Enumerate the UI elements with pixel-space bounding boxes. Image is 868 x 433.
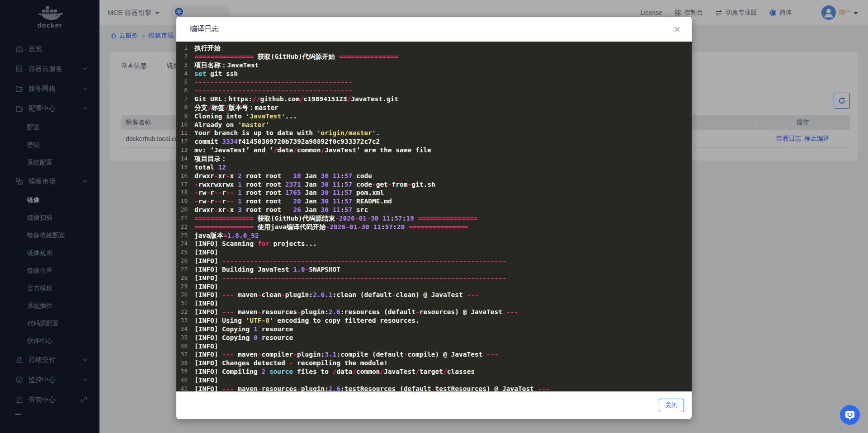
log-line-text: set git ssh (194, 70, 238, 78)
log-line: 24[INFO] Scanning for projects... (176, 240, 692, 248)
line-number: 4 (176, 70, 194, 78)
log-line-text: =============== 获取(GitHub)代码源开始 ========… (194, 52, 398, 61)
line-number: 40 (176, 376, 194, 385)
line-number: 6 (176, 86, 194, 95)
line-number: 22 (176, 223, 194, 231)
log-line-text: java版本=1.8.0_92 (194, 231, 259, 240)
log-line: 19-rw-r--r-- 1 root root 20 Jan 30 11:57… (176, 197, 692, 206)
log-line: 36[INFO] (176, 342, 692, 351)
line-number: 16 (176, 172, 194, 180)
log-line: 34[INFO] Copying 1 resource (176, 325, 692, 334)
log-line-text: -rw-r--r-- 1 root root 20 Jan 30 11:57 R… (194, 197, 392, 206)
line-number: 9 (176, 112, 194, 121)
log-line-text: -rw-r--r-- 1 root root 1765 Jan 30 11:57… (194, 188, 384, 197)
line-number: 10 (176, 121, 194, 129)
log-line-text: Already on 'master' (194, 121, 269, 129)
log-line: 10Already on 'master' (176, 121, 692, 129)
log-line-text: Your branch is up to date with 'origin/m… (194, 129, 380, 137)
chat-fab-button[interactable] (840, 405, 860, 425)
line-number: 25 (176, 248, 194, 257)
line-number: 20 (176, 206, 194, 214)
log-line-text: drwxr-xr-x 2 root root 10 Jan 30 11:57 c… (194, 172, 372, 180)
log-line: 2=============== 获取(GitHub)代码源开始 =======… (176, 52, 692, 61)
log-line: 1执行开始 (176, 44, 692, 52)
log-content[interactable]: 1执行开始2=============== 获取(GitHub)代码源开始 ==… (176, 42, 692, 391)
line-number: 30 (176, 291, 194, 299)
line-number: 24 (176, 240, 194, 248)
log-line: 6---------------------------------------… (176, 86, 692, 95)
log-line: 29[INFO] (176, 282, 692, 291)
log-line: 21=============== 获取(GitHub)代码源结束-2026-0… (176, 214, 692, 223)
log-line-text: [INFO] ---------------------------------… (194, 257, 506, 265)
log-line-text: [INFO] --- maven-resources-plugin:2.6:te… (194, 385, 550, 391)
log-line-text: 执行开始 (194, 44, 221, 52)
log-line: 33[INFO] Using 'UTF-8' encoding to copy … (176, 316, 692, 325)
log-line-text: [INFO] (194, 376, 218, 385)
log-line-text: commit 3334f41450389720b7392a98892f0c933… (194, 137, 380, 146)
line-number: 38 (176, 359, 194, 367)
log-line-text: [INFO] Copying 1 resource (194, 325, 293, 334)
log-line-text: [INFO] --- maven-compiler-plugin:3.1:com… (194, 350, 498, 359)
log-line-text: [INFO] (194, 248, 218, 257)
compile-log-modal: 编译日志 × 1执行开始2=============== 获取(GitHub)代… (176, 17, 692, 419)
log-line-text: [INFO] Using 'UTF-8' encoding to copy fi… (194, 316, 420, 325)
log-line: 37[INFO] --- maven-compiler-plugin:3.1:c… (176, 350, 692, 359)
log-line-text: [INFO] (194, 299, 218, 308)
line-number: 18 (176, 188, 194, 197)
modal-footer: 关闭 (176, 391, 692, 419)
line-number: 1 (176, 44, 194, 52)
log-line: 9Cloning into 'JavaTest'... (176, 112, 692, 121)
log-line-text: drwxr-xr-x 3 root root 26 Jan 30 11:57 s… (194, 206, 368, 214)
line-number: 39 (176, 367, 194, 376)
line-number: 29 (176, 282, 194, 291)
log-line: 38[INFO] Changes detected - recompiling … (176, 359, 692, 367)
log-line-text: 项目名称：JavaTest (194, 61, 259, 70)
line-number: 23 (176, 231, 194, 240)
log-line-text: total 12 (194, 163, 226, 172)
line-number: 33 (176, 316, 194, 325)
log-line-text: [INFO] Changes detected - recompiling th… (194, 359, 388, 367)
modal-title: 编译日志 (190, 24, 219, 34)
log-line-text: [INFO] --- maven-resources-plugin:2.6:re… (194, 308, 518, 316)
log-line: 7Git URL：https://github.com/c1989415123/… (176, 95, 692, 104)
line-number: 34 (176, 325, 194, 334)
line-number: 11 (176, 129, 194, 137)
log-line-text: ---------------------------------------- (194, 78, 352, 86)
log-line-text: ---------------------------------------- (194, 86, 352, 95)
log-line: 8分支/标签/版本号：master (176, 104, 692, 112)
line-number: 21 (176, 214, 194, 223)
close-icon[interactable]: × (670, 22, 684, 37)
log-line: 17-rwxrwxrwx 1 root root 2371 Jan 30 11:… (176, 180, 692, 189)
log-line-text: 项目目录： (194, 155, 227, 163)
line-number: 35 (176, 334, 194, 342)
log-line: 32[INFO] --- maven-resources-plugin:2.6:… (176, 308, 692, 316)
log-line: 5---------------------------------------… (176, 78, 692, 86)
log-line: 14项目目录： (176, 155, 692, 163)
modal-header: 编译日志 (176, 17, 692, 42)
log-line: 18-rw-r--r-- 1 root root 1765 Jan 30 11:… (176, 188, 692, 197)
log-line-text: [INFO] --- maven-clean-plugin:2.6.1:clea… (194, 291, 479, 299)
log-line: 15total 12 (176, 163, 692, 172)
line-number: 28 (176, 274, 194, 282)
line-number: 19 (176, 197, 194, 206)
log-line: 4set git ssh (176, 70, 692, 78)
close-button[interactable]: 关闭 (659, 399, 684, 412)
log-line-text: [INFO] (194, 342, 218, 351)
log-line-text: [INFO] (194, 282, 218, 291)
log-line-text: mv: ‘JavaTest’ and ‘/data/common/JavaTes… (194, 146, 431, 155)
log-line: 25[INFO] (176, 248, 692, 257)
log-line-text: Cloning into 'JavaTest'... (194, 112, 297, 121)
log-line: 28[INFO] -------------------------------… (176, 274, 692, 282)
log-line: 27[INFO] Building JavaTest 1.0-SNAPSHOT (176, 265, 692, 274)
log-line: 35[INFO] Copying 0 resource (176, 334, 692, 342)
log-line: 11Your branch is up to date with 'origin… (176, 129, 692, 137)
line-number: 32 (176, 308, 194, 316)
log-line: 23java版本=1.8.0_92 (176, 231, 692, 240)
log-line: 3项目名称：JavaTest (176, 61, 692, 70)
line-number: 36 (176, 342, 194, 351)
log-line: 39[INFO] Compiling 2 source files to /da… (176, 367, 692, 376)
line-number: 5 (176, 78, 194, 86)
log-line: 40[INFO] (176, 376, 692, 385)
log-line-text: -rwxrwxrwx 1 root root 2371 Jan 30 11:57… (194, 180, 435, 189)
log-line: 12commit 3334f41450389720b7392a98892f0c9… (176, 137, 692, 146)
